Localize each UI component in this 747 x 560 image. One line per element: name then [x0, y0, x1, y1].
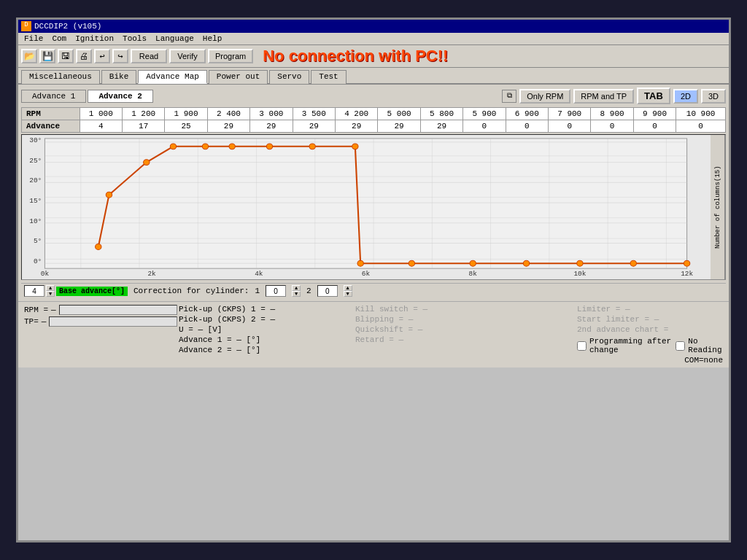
bottom-controls: ▲ ▼ Base advance[°] Correction for cylin…	[21, 283, 726, 298]
base-advance-up[interactable]: ▲	[46, 285, 55, 291]
adv-cell-6[interactable]: 29	[335, 120, 377, 133]
status-col4: Limiter = — Start limiter = — 2nd advanc…	[577, 305, 723, 365]
blipping-field: Blipping = —	[355, 315, 576, 324]
svg-point-26	[170, 144, 176, 149]
tp-label: TP=	[24, 317, 39, 326]
rpm-cell-12[interactable]: 8 900	[591, 108, 633, 120]
cyl1-down[interactable]: ▼	[292, 291, 301, 297]
cyl1-up[interactable]: ▲	[292, 285, 301, 291]
adv-cell-4[interactable]: 29	[250, 120, 293, 133]
cyl2-down[interactable]: ▼	[344, 291, 352, 297]
rpm-cell-9[interactable]: 5 900	[463, 108, 506, 120]
rpm-cell-5[interactable]: 3 500	[293, 108, 335, 120]
rpm-cell-4[interactable]: 3 000	[250, 108, 293, 120]
program-button[interactable]: Program	[208, 49, 253, 63]
toolbar-icon-undo[interactable]: ↩	[94, 49, 110, 63]
adv-cell-3[interactable]: 29	[207, 120, 249, 133]
rpm-cell-1[interactable]: 1 200	[122, 108, 164, 120]
start-limiter-value: —	[654, 315, 659, 324]
menu-com[interactable]: Com	[47, 34, 71, 44]
application-window: D DCCDIP2 (v105) File Com Ignition Tools…	[16, 18, 731, 542]
tab-view-button[interactable]: TAB	[637, 88, 670, 104]
tab-advance-map[interactable]: Advance Map	[138, 70, 207, 84]
rpm-header: RPM	[22, 108, 80, 120]
base-advance-input[interactable]	[24, 285, 44, 297]
blipping-label: Blipping =	[355, 315, 403, 324]
toolbar-icon-save[interactable]: 💾	[39, 49, 55, 63]
adv-cell-9[interactable]: 0	[463, 120, 506, 133]
toolbar-icon-print[interactable]: 🖨	[76, 49, 92, 63]
menu-language[interactable]: Language	[151, 34, 198, 44]
adv-cell-10[interactable]: 0	[506, 120, 548, 133]
advance-chart: Number of columns (15) 30° 25° 20° 15°	[21, 134, 726, 280]
tab-power-out[interactable]: Power out	[209, 70, 268, 84]
com-none-field: COM=none	[577, 356, 723, 365]
rpm-cell-0[interactable]: 1 000	[80, 108, 122, 120]
adv-cell-2[interactable]: 25	[165, 120, 207, 133]
cyl1-label: 1	[255, 287, 260, 295]
tab-test[interactable]: Test	[311, 70, 346, 84]
tab-bike[interactable]: Bike	[101, 70, 136, 84]
copy-icon[interactable]: ⧉	[502, 90, 516, 103]
columns-label: Number of columns (15)	[711, 135, 725, 279]
adv-cell-7[interactable]: 29	[378, 120, 420, 133]
cyl1-input[interactable]	[266, 285, 286, 297]
adv-cell-11[interactable]: 0	[549, 120, 591, 133]
rpm-cell-13[interactable]: 9 900	[633, 108, 676, 120]
svg-text:12k: 12k	[681, 270, 693, 278]
voltage-field: U = — [V]	[179, 325, 354, 334]
rpm-cell-11[interactable]: 7 900	[549, 108, 591, 120]
svg-point-29	[266, 144, 272, 149]
advance-chart-label: 2nd advance chart =	[577, 325, 668, 334]
menu-file[interactable]: File	[20, 34, 47, 44]
sub-tab-advance2[interactable]: Advance 2	[88, 90, 152, 103]
sub-tab-advance1[interactable]: Advance 1	[21, 90, 86, 103]
rpm-cell-7[interactable]: 5 000	[378, 108, 420, 120]
rpm-cell-3[interactable]: 2 400	[207, 108, 249, 120]
menu-help[interactable]: Help	[198, 34, 226, 44]
rpm-cell-6[interactable]: 4 200	[335, 108, 377, 120]
rpm-cell-8[interactable]: 5 800	[420, 108, 462, 120]
svg-point-35	[523, 260, 529, 266]
tp-display	[49, 316, 177, 327]
rpm-field: RPM = —	[24, 305, 177, 315]
cyl2-input[interactable]	[317, 285, 338, 297]
rpm-cell-14[interactable]: 10 900	[676, 108, 726, 120]
no-reading-checkbox[interactable]	[676, 341, 685, 351]
cyl2-up[interactable]: ▲	[344, 285, 352, 291]
svg-point-32	[357, 260, 363, 266]
verify-button[interactable]: Verify	[169, 49, 206, 63]
toolbar-icon-disk[interactable]: 🖫	[58, 49, 74, 63]
rpm-cell-10[interactable]: 6 900	[506, 108, 548, 120]
adv-cell-14[interactable]: 0	[676, 120, 726, 133]
svg-text:25°: 25°	[29, 157, 42, 165]
only-rpm-button[interactable]: Only RPM	[519, 89, 570, 104]
adv-cell-5[interactable]: 29	[293, 120, 335, 133]
retard-label: Retard =	[355, 335, 394, 344]
start-limiter-label: Start limiter =	[577, 315, 649, 324]
2d-view-button[interactable]: 2D	[673, 89, 698, 104]
menu-ignition[interactable]: Ignition	[71, 34, 118, 44]
menu-tools[interactable]: Tools	[118, 34, 151, 44]
adv-cell-13[interactable]: 0	[633, 120, 676, 133]
rpm-cell-2[interactable]: 1 900	[165, 108, 207, 120]
read-button[interactable]: Read	[131, 49, 167, 63]
adv-cell-12[interactable]: 0	[591, 120, 633, 133]
svg-point-24	[106, 192, 112, 198]
adv-cell-1[interactable]: 17	[122, 120, 164, 133]
3d-view-button[interactable]: 3D	[701, 89, 726, 104]
retard-value: —	[398, 335, 403, 344]
adv-cell-0[interactable]: 4	[80, 120, 122, 133]
pickup1-label: Pick-up (CKPS) 1 =	[179, 305, 266, 314]
toolbar-icon-redo[interactable]: ↪	[112, 49, 128, 63]
toolbar-icon-open[interactable]: 📂	[21, 49, 37, 63]
kill-switch-label: Kill switch =	[355, 305, 418, 314]
programming-checkbox[interactable]	[577, 341, 587, 351]
tab-miscellaneous[interactable]: Miscellaneous	[21, 70, 100, 84]
adv-cell-8[interactable]: 29	[420, 120, 462, 133]
pickup1-field: Pick-up (CKPS) 1 = —	[179, 305, 354, 314]
base-advance-down[interactable]: ▼	[46, 291, 55, 297]
rpm-and-tp-button[interactable]: RPM and TP	[573, 89, 634, 104]
base-advance-label: Base advance[°]	[56, 287, 128, 296]
tab-servo[interactable]: Servo	[269, 70, 309, 84]
